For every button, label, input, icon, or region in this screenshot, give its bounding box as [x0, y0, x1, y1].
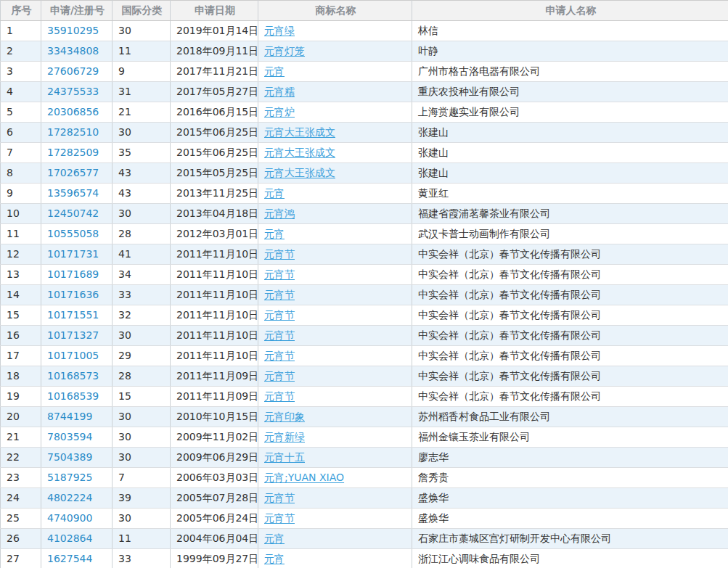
- trademark-cell: 元宵节: [258, 305, 412, 326]
- trademark-name-link[interactable]: 元宵印象: [264, 411, 305, 422]
- registration-number-link[interactable]: 12450742: [47, 207, 99, 219]
- trademark-name-link[interactable]: 元宵节: [264, 492, 295, 503]
- registration-number-link[interactable]: 7504389: [47, 451, 92, 463]
- applicant-cell: 叶静: [412, 41, 728, 62]
- index-cell: 6: [1, 123, 41, 143]
- reg-no-cell: 5187925: [41, 468, 113, 488]
- registration-number-link[interactable]: 35910295: [47, 25, 99, 36]
- apply-date-cell: 2016年06月15日: [171, 102, 258, 123]
- trademark-cell: 元宵: [258, 224, 412, 244]
- reg-no-cell: 17026577: [41, 163, 113, 184]
- registration-number-link[interactable]: 10171636: [47, 289, 99, 300]
- index-cell: 9: [1, 184, 41, 204]
- trademark-name-link[interactable]: 元宵大王张成文: [264, 126, 335, 138]
- registration-number-link[interactable]: 7803594: [47, 431, 92, 443]
- header-applicant: 申请人名称: [412, 1, 728, 21]
- applicant-cell: 上海赏趣实业有限公司: [412, 102, 728, 123]
- registration-number-link[interactable]: 27606729: [47, 65, 99, 77]
- registration-number-link[interactable]: 17026577: [47, 167, 99, 178]
- applicant-cell: 盛焕华: [412, 488, 728, 509]
- trademark-name-link[interactable]: 元宵新绿: [264, 431, 305, 443]
- trademark-cell: 元宵节: [258, 366, 412, 387]
- table-row: 424375533312017年05月27日元宵糯重庆农投种业有限公司: [1, 82, 728, 102]
- trademark-name-link[interactable]: 元宵炉: [264, 106, 295, 118]
- trademark-name-link[interactable]: 元宵: [264, 228, 285, 239]
- reg-no-cell: 13596574: [41, 184, 113, 204]
- apply-date-cell: 2017年11月21日: [171, 62, 258, 82]
- intl-class-cell: 43: [113, 163, 171, 184]
- trademark-name-link[interactable]: 元宵大王张成文: [264, 167, 335, 178]
- reg-no-cell: 27606729: [41, 62, 113, 82]
- trademark-cell: 元宵印象: [258, 407, 412, 427]
- registration-number-link[interactable]: 4102864: [47, 532, 92, 544]
- trademark-cell: 元宵炉: [258, 102, 412, 123]
- registration-number-link[interactable]: 10171005: [47, 350, 99, 361]
- table-row: 817026577432015年05月25日元宵大王张成文张建山: [1, 163, 728, 184]
- trademark-name-link[interactable]: 元宵: [264, 553, 285, 564]
- trademark-name-link[interactable]: 元宵节: [264, 248, 295, 260]
- index-cell: 13: [1, 265, 41, 285]
- applicant-cell: 张建山: [412, 123, 728, 143]
- reg-no-cell: 4740900: [41, 509, 113, 529]
- registration-number-link[interactable]: 10171731: [47, 248, 99, 260]
- trademark-name-link[interactable]: 元宵灯笼: [264, 45, 305, 57]
- trademark-name-link[interactable]: 元宵节: [264, 370, 295, 382]
- index-cell: 11: [1, 224, 41, 244]
- registration-number-link[interactable]: 10171551: [47, 309, 99, 321]
- registration-number-link[interactable]: 17282510: [47, 126, 99, 138]
- registration-number-link[interactable]: 17282509: [47, 147, 99, 158]
- trademark-name-link[interactable]: 元宵: [264, 65, 285, 77]
- table-row: 135910295302019年01月14日元宵绿林信: [1, 21, 728, 41]
- trademark-cell: 元宵灯笼: [258, 41, 412, 62]
- trademark-name-link[interactable]: 元宵: [264, 532, 285, 544]
- trademark-name-link[interactable]: 元宵糯: [264, 86, 295, 97]
- apply-date-cell: 2011年11月09日: [171, 387, 258, 407]
- reg-no-cell: 10168573: [41, 366, 113, 387]
- applicant-cell: 福州金镶玉茶业有限公司: [412, 427, 728, 448]
- trademark-cell: 元宵大王张成文: [258, 143, 412, 163]
- apply-date-cell: 2009年06月29日: [171, 448, 258, 468]
- intl-class-cell: 31: [113, 82, 171, 102]
- intl-class-cell: 35: [113, 143, 171, 163]
- registration-number-link[interactable]: 10171689: [47, 268, 99, 280]
- applicant-cell: 中实会祥（北京）春节文化传播有限公司: [412, 285, 728, 305]
- intl-class-cell: 28: [113, 224, 171, 244]
- registration-number-link[interactable]: 33434808: [47, 45, 99, 57]
- registration-number-link[interactable]: 4802224: [47, 492, 92, 503]
- registration-number-link[interactable]: 10171327: [47, 329, 99, 341]
- registration-number-link[interactable]: 8744199: [47, 411, 92, 422]
- trademark-name-link[interactable]: 元宵节: [264, 512, 295, 524]
- applicant-cell: 武汉卡普士动画制作有限公司: [412, 224, 728, 244]
- registration-number-link[interactable]: 10555058: [47, 228, 99, 239]
- trademark-name-link[interactable]: 元宵节: [264, 309, 295, 321]
- registration-number-link[interactable]: 20306856: [47, 106, 99, 118]
- trademark-name-link[interactable]: 元宵节: [264, 350, 295, 361]
- reg-no-cell: 10171551: [41, 305, 113, 326]
- header-index: 序号: [1, 1, 41, 21]
- trademark-cell: 元宵: [258, 549, 412, 568]
- table-row: 32760672992017年11月21日元宵广州市格古洛电器有限公司: [1, 62, 728, 82]
- trademark-name-link[interactable]: 元宵绿: [264, 25, 295, 36]
- registration-number-link[interactable]: 24375533: [47, 86, 99, 97]
- trademark-name-link[interactable]: 元宵大王张成文: [264, 147, 335, 158]
- registration-number-link[interactable]: 4740900: [47, 512, 92, 524]
- trademark-name-link[interactable]: 元宵鸿: [264, 207, 295, 219]
- table-row: 1810168573282011年11月09日元宵节中实会祥（北京）春节文化传播…: [1, 366, 728, 387]
- reg-no-cell: 10171005: [41, 346, 113, 366]
- registration-number-link[interactable]: 13596574: [47, 187, 99, 199]
- trademark-name-link[interactable]: 元宵节: [264, 390, 295, 402]
- trademark-name-link[interactable]: 元宵节: [264, 289, 295, 300]
- registration-number-link[interactable]: 5187925: [47, 472, 92, 483]
- trademark-name-link[interactable]: 元宵十五: [264, 451, 305, 463]
- trademark-name-link[interactable]: 元宵: [264, 187, 285, 199]
- registration-number-link[interactable]: 10168539: [47, 390, 99, 402]
- registration-number-link[interactable]: 10168573: [47, 370, 99, 382]
- trademark-name-link[interactable]: 元宵节: [264, 268, 295, 280]
- trademark-name-link[interactable]: 元宵;YUAN XIAO: [264, 472, 344, 483]
- trademark-name-link[interactable]: 元宵节: [264, 329, 295, 341]
- reg-no-cell: 17282510: [41, 123, 113, 143]
- apply-date-cell: 2011年11月10日: [171, 285, 258, 305]
- reg-no-cell: 10171731: [41, 244, 113, 265]
- registration-number-link[interactable]: 1627544: [47, 553, 92, 564]
- reg-no-cell: 4102864: [41, 529, 113, 549]
